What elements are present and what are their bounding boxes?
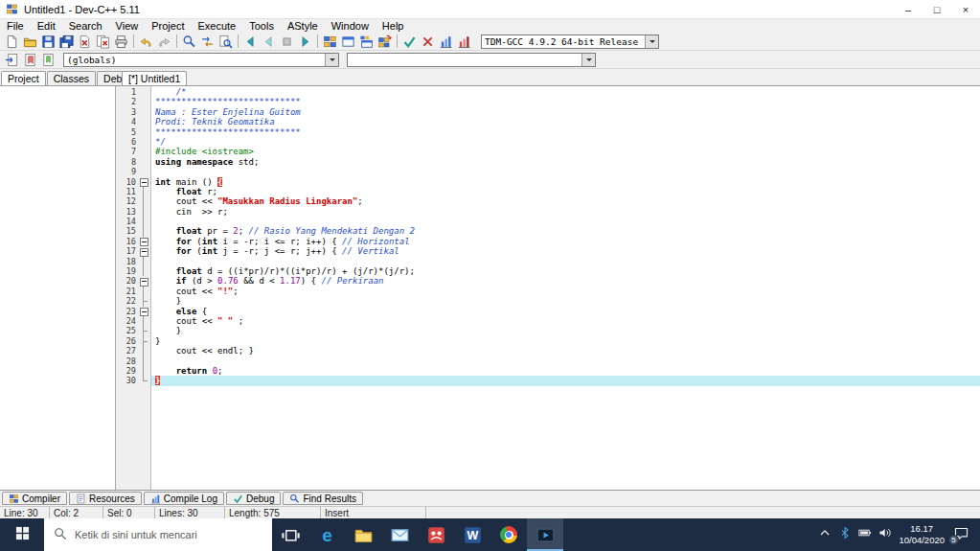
gutter[interactable]: 23 <box>116 307 151 316</box>
gutter[interactable]: 8 <box>116 157 151 167</box>
nav-forward-button[interactable] <box>296 34 314 50</box>
report-tab-find-results[interactable]: Find Results <box>283 492 363 505</box>
profile-button[interactable] <box>437 34 455 50</box>
gutter[interactable]: 29 <box>116 366 151 376</box>
run-button[interactable] <box>339 34 357 50</box>
gutter[interactable]: 13 <box>116 207 151 217</box>
code-line[interactable]: 21 cout << "!"; <box>116 287 980 296</box>
gutter[interactable]: 10 <box>116 177 151 187</box>
menu-astyle[interactable]: AStyle <box>281 20 325 32</box>
code-line[interactable]: 1 /* <box>116 87 980 97</box>
gutter[interactable]: 14 <box>116 217 151 226</box>
editor-tab[interactable]: [*] Untitled1 <box>122 71 187 85</box>
code-line[interactable]: 16 for (int i = -r; i <= r; i++) { // Ho… <box>116 237 980 246</box>
nav-prev-button[interactable] <box>260 34 278 50</box>
close-button[interactable]: × <box>951 0 980 18</box>
print-button[interactable] <box>112 34 130 50</box>
code-line[interactable]: 8using namespace std; <box>116 157 980 167</box>
report-tab-resources[interactable]: Resources <box>69 492 142 505</box>
gutter[interactable]: 25 <box>116 326 151 335</box>
menu-edit[interactable]: Edit <box>31 20 62 32</box>
gutter[interactable]: 27 <box>116 346 151 356</box>
gutter[interactable]: 28 <box>116 356 151 366</box>
code-line[interactable]: 13 cin >> r; <box>116 207 980 217</box>
gutter[interactable]: 16 <box>116 237 151 246</box>
gutter[interactable]: 12 <box>116 196 151 206</box>
rebuild-button[interactable] <box>376 34 394 50</box>
save-button[interactable] <box>39 34 57 50</box>
code-line[interactable]: 7#include <iostream> <box>116 147 980 156</box>
gutter[interactable]: 17 <box>116 246 151 256</box>
toggle-bookmark-button[interactable] <box>21 52 39 68</box>
code-line[interactable]: 30} <box>116 376 980 385</box>
code-line[interactable]: 27 cout << endl; } <box>116 346 980 356</box>
fold-toggle-icon[interactable] <box>138 307 149 316</box>
gutter[interactable]: 24 <box>116 316 151 326</box>
code-line[interactable]: 19 float d = ((i*pr)/r)*((i*pr)/r) + (j/… <box>116 266 980 276</box>
fold-toggle-icon[interactable] <box>138 276 149 286</box>
fold-toggle-icon[interactable] <box>138 246 149 256</box>
gutter[interactable]: 19 <box>116 266 151 276</box>
close-file-button[interactable] <box>76 34 94 50</box>
code-line[interactable]: 28 <box>116 356 980 366</box>
open-button[interactable] <box>21 34 39 50</box>
menu-search[interactable]: Search <box>62 20 109 32</box>
find-in-files-button[interactable] <box>217 34 235 50</box>
report-tab-debug[interactable]: Debug <box>226 492 281 505</box>
code-line[interactable]: 6*/ <box>116 137 980 147</box>
taskbar-people-app-button[interactable] <box>418 518 454 551</box>
goto-bookmark-button[interactable] <box>39 52 57 68</box>
abort-button[interactable] <box>419 34 437 50</box>
gutter[interactable]: 5 <box>116 127 151 137</box>
code-line[interactable]: 25 } <box>116 326 980 335</box>
taskbar-clock[interactable]: 16.17 10/04/2020 <box>899 523 945 546</box>
fold-toggle-icon[interactable] <box>138 237 149 246</box>
code-line[interactable]: 22 } <box>116 296 980 306</box>
gutter[interactable]: 15 <box>116 226 151 236</box>
taskbar-file-explorer-button[interactable] <box>345 518 381 551</box>
close-all-button[interactable] <box>94 34 112 50</box>
gutter[interactable]: 7 <box>116 147 151 156</box>
globals-combo[interactable]: (globals) <box>63 53 339 67</box>
gutter[interactable]: 11 <box>116 187 151 196</box>
code-line[interactable]: 11 float r; <box>116 187 980 196</box>
gutter[interactable]: 21 <box>116 287 151 296</box>
start-button[interactable] <box>0 518 44 551</box>
minimize-button[interactable]: – <box>894 0 923 18</box>
report-tab-compile-log[interactable]: Compile Log <box>144 492 224 505</box>
gutter[interactable]: 18 <box>116 257 151 266</box>
fold-toggle-icon[interactable] <box>138 177 149 187</box>
tab-classes[interactable]: Classes <box>47 71 96 85</box>
code-line[interactable]: 15 float pr = 2; // Rasio Yang Mendekati… <box>116 226 980 236</box>
compiler-combo[interactable]: TDM-GCC 4.9.2 64-bit Release <box>481 34 659 49</box>
report-tab-compiler[interactable]: Compiler <box>2 492 67 505</box>
menu-window[interactable]: Window <box>325 20 376 32</box>
code-line[interactable]: 20 if (d > 0.76 && d < 1.17) { // Perkir… <box>116 276 980 286</box>
code-line[interactable]: 24 cout << " " ; <box>116 316 980 326</box>
gutter[interactable]: 6 <box>116 137 151 147</box>
code-line[interactable]: 3Nama : Ester Enjelina Guitom <box>116 107 980 117</box>
code-line[interactable]: 10int main () { <box>116 177 980 187</box>
gutter[interactable]: 22 <box>116 296 151 306</box>
syntax-check-button[interactable] <box>400 34 419 50</box>
gutter[interactable]: 26 <box>116 336 151 346</box>
menu-view[interactable]: View <box>109 20 146 32</box>
gutter[interactable]: 20 <box>116 276 151 286</box>
code-line[interactable]: 2**************************** <box>116 97 980 106</box>
taskbar-task-view-button[interactable] <box>272 518 308 551</box>
taskbar-search-box[interactable]: Ketik di sini untuk mencari <box>44 518 272 551</box>
taskbar-word-button[interactable]: W <box>454 518 490 551</box>
notification-center-button[interactable]: 5 <box>954 526 969 544</box>
save-all-button[interactable] <box>57 34 76 50</box>
profile-log-button[interactable] <box>455 34 473 50</box>
code-line[interactable]: 29 return 0; <box>116 366 980 376</box>
gutter[interactable]: 30 <box>116 376 151 385</box>
taskbar-chrome-button[interactable] <box>490 518 527 551</box>
code-line[interactable]: 5**************************** <box>116 127 980 137</box>
menu-project[interactable]: Project <box>145 20 191 32</box>
nav-back-button[interactable] <box>241 34 260 50</box>
code-line[interactable]: 9 <box>116 167 980 176</box>
tray-volume-button[interactable] <box>878 526 892 543</box>
compile-button[interactable] <box>321 34 339 50</box>
chevron-down-icon[interactable] <box>645 35 658 48</box>
